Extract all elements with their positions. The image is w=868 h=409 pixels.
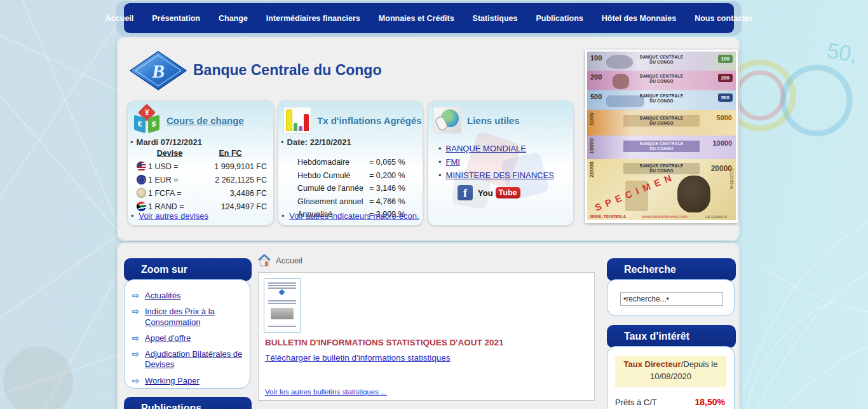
voir-indicateurs-link[interactable]: Voir autres indicateurs macro-écon. [289,211,419,221]
nav-item-statistiques[interactable]: Statistiques [473,14,518,23]
currency-cube-icon: ¥ € $ [133,107,161,134]
mask-motif [677,176,710,212]
inflation-more: Voir autres indicateurs macro-écon. [281,211,419,221]
interest-header: Taux d'intérêt [607,325,736,348]
page: 50, Accueil Présentation Change Interméd… [0,0,868,409]
nav-item-change[interactable]: Change [219,14,248,23]
rate-value: 18,50% [695,397,725,407]
zoom-sur-panel: Actualités Indice des Prix à la Consomma… [124,279,250,389]
useful-links-panel: Liens utiles BANQUE MONDIALE FMI MINISTE… [428,101,574,226]
rate-label: Prêts à C/T [615,398,657,407]
site-title: Banque Centrale du Congo [193,62,381,79]
breadcrumb: Accueil [258,254,302,267]
nav-item-presentation[interactable]: Présentation [152,14,200,23]
link-indice-prix[interactable]: Indice des Prix à la Consommation [145,307,246,328]
link-adjudication[interactable]: Adjudication Bilatérales de Devises [145,349,246,370]
exchange-panel: ¥ € $ Cours de change Mardi 07/12/2021 D… [127,101,274,226]
fcfa-coin-icon [137,188,146,198]
breadcrumb-home[interactable]: Accueil [276,256,302,265]
inflation-panel: Tx d'inflations Agrégés Date: 22/10/2021… [278,101,423,226]
south-africa-flag-icon [137,202,146,211]
le-francs-text: LE FRANCS [705,215,727,219]
youtube-icon[interactable]: Tube [496,187,520,198]
nav-item-monnaies[interactable]: Monnaies et Crédits [379,14,454,23]
banknote-10000: 10000 BANQUE CENTRALEDU CONGO 10000 [587,135,736,159]
exchange-more: Voir autres devises [131,211,208,221]
serial-number-bottom: 20000, T0197954 A [590,214,626,219]
interest-panel: Taux Directeur/Depuis le 10/08/2020 Prêt… [607,346,735,409]
banknote-500: 500 BANQUE CENTRALEDU CONGO 500 [587,90,736,110]
nav-frame: Accueil Présentation Change Intermédiair… [116,1,742,36]
nav-item-contact[interactable]: Nous contacter [695,14,752,23]
bulletin-cover-thumbnail[interactable] [264,278,301,333]
search-header: Recherche [607,258,736,281]
fmi-link[interactable]: FMI [446,157,460,167]
bulletin-content-box: BULLETIN D'INFORMATIONS STATISTIQUES D'A… [258,272,595,401]
link-working-paper[interactable]: Working Paper [145,376,200,386]
header-container: B Banque Centrale du Congo ¥ € $ Cours d… [118,38,738,240]
arrow-right-icon [132,376,141,386]
rate-row: Prêts à C/T 18,50% [615,397,725,407]
exchange-row-fcfa: 1 FCFA = 3,4486 FC [137,186,269,200]
watermark-text: www.banknotenews.com [642,214,688,219]
nav-item-publications[interactable]: Publications [536,14,583,23]
svg-text:50,: 50, [825,38,859,67]
link-actualites[interactable]: Actualités [145,291,180,301]
arrow-right-icon [132,291,141,301]
column-en-fc: En FC [191,149,269,158]
useful-links-title: Liens utiles [467,115,520,126]
link-appel-offre[interactable]: Appel d'offre [145,333,191,343]
home-icon[interactable] [258,254,271,267]
serial-number: T0197954A [729,168,734,190]
arrow-right-icon [132,349,141,370]
publications-header: Publications [124,397,252,409]
zoom-sur-header: Zoom sur [124,258,252,281]
inflation-title: Tx d'inflations Agrégés [317,115,422,126]
nav-item-hotel-monnaies[interactable]: Hôtel des Monnaies [602,14,676,23]
eu-flag-icon [137,175,146,184]
facebook-icon[interactable]: f [458,185,473,200]
content-container: Zoom sur Actualités Indice des Prix à la… [118,244,738,409]
ministere-finances-link[interactable]: MINISTERE DES FINANCES [446,170,554,180]
exchange-row-usd: 1 USD = 1 999,9101 FC [137,160,269,173]
youtube-icon[interactable]: You [478,188,493,198]
inflation-date: Date: 22/10/2021 [281,137,423,147]
banknote-100: 100 BANQUE CENTRALEDU CONGO 100 [587,52,736,71]
exchange-title-link[interactable]: Cours de change [166,115,244,126]
bcc-diamond-logo[interactable]: B [130,51,187,90]
nav-item-intermediaires[interactable]: Intermédiaires financiers [266,14,360,23]
us-flag-icon [137,162,146,171]
arrow-right-icon [132,307,141,328]
other-bulletins-link[interactable]: Voir les autres bulletins statistiques .… [265,388,387,396]
banque-mondiale-link[interactable]: BANQUE MONDIALE [446,144,526,153]
banknotes-image: 100 BANQUE CENTRALEDU CONGO 100 200 BANQ… [585,50,738,223]
taux-directeur-highlight: Taux Directeur/Depuis le 10/08/2020 [615,356,726,387]
download-bulletin-link[interactable]: Télécharger le bulletin d'informations s… [265,353,450,363]
search-input[interactable] [620,292,723,306]
banknote-200: 200 BANQUE CENTRALEDU CONGO 200 [587,71,736,90]
column-devise: Devise [148,149,191,158]
svg-text:B: B [151,60,165,81]
arrow-right-icon [132,333,141,343]
exchange-date: Mardi 07/12/2021 [130,137,273,147]
bar-chart-icon [283,107,311,134]
banknote-5000: 5000 BANQUE CENTRALEDU CONGO 5000 [587,110,736,135]
voir-autres-devises-link[interactable]: Voir autres devises [139,211,208,221]
search-panel [607,279,735,316]
banknote-20000-specimen: 20000 BANQUE CENTRALEDU CONGO 20000 T019… [587,159,736,220]
globe-mouse-icon [433,107,461,134]
main-navbar: Accueil Présentation Change Intermédiair… [124,3,734,33]
exchange-row-eur: 1 EUR = 2 262,1125 FC [137,173,269,186]
taux-directeur-label: Taux Directeur [624,359,681,369]
exchange-table: Devise En FC 1 USD = 1 999,9101 FC 1 EUR… [137,149,269,213]
bulletin-title: BULLETIN D'INFORMATIONS STATISTIQUES D'A… [265,338,503,347]
taux-directeur-date: 10/08/2020 [650,371,691,381]
nav-item-accueil[interactable]: Accueil [105,14,133,23]
